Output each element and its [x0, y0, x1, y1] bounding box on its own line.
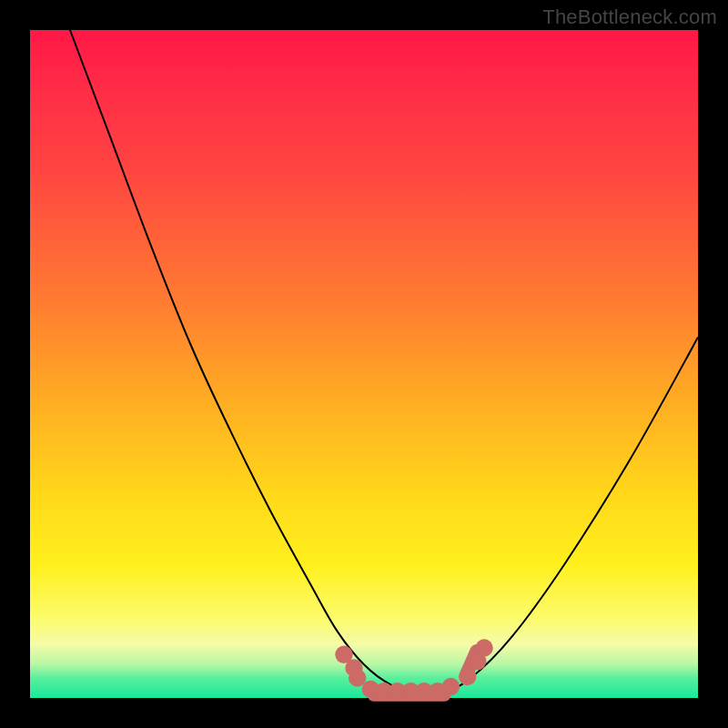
trough-markers — [335, 639, 493, 701]
trough-marker — [442, 678, 460, 695]
plot-area — [30, 30, 698, 698]
trough-marker — [459, 668, 476, 685]
trough-marker — [475, 639, 492, 656]
curve-svg — [30, 30, 698, 698]
bottleneck-curve — [70, 30, 698, 693]
trough-marker — [349, 669, 366, 686]
watermark-text: TheBottleneck.com — [542, 5, 717, 29]
chart-frame: TheBottleneck.com — [0, 0, 728, 728]
